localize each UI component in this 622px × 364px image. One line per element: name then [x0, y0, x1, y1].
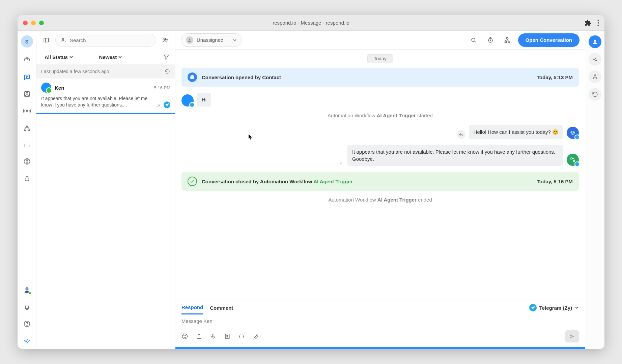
outbound-arrow-icon: [156, 103, 161, 108]
svg-point-2: [598, 25, 599, 26]
conversation-search-icon[interactable]: [468, 34, 480, 46]
contact-avatar: [181, 94, 194, 107]
more-icon[interactable]: [597, 20, 599, 26]
dashboard-icon[interactable]: [23, 56, 31, 64]
contacts-icon[interactable]: [23, 90, 31, 98]
contact-name: Ken: [55, 85, 64, 91]
svg-point-11: [26, 288, 28, 290]
emoji-icon[interactable]: [181, 333, 188, 340]
message-bubble: It appears that you are not available. P…: [347, 145, 563, 166]
collapse-panel-icon[interactable]: [40, 34, 52, 46]
chat-bubble-icon: [188, 72, 197, 82]
mouse-cursor-icon: [248, 134, 253, 140]
message-row-outbound: ✓ It appears that you are not available.…: [181, 145, 579, 166]
message-input[interactable]: [181, 315, 579, 327]
svg-rect-20: [506, 37, 508, 39]
search-field[interactable]: [70, 37, 151, 43]
reports-icon[interactable]: [23, 141, 31, 149]
assignee-dropdown[interactable]: Unassigned: [181, 33, 242, 47]
voice-icon[interactable]: [210, 333, 217, 340]
svg-point-17: [189, 38, 191, 40]
message-row-outbound: Hello! How can I assist you today? 😊: [181, 125, 579, 139]
channels-icon[interactable]: [589, 70, 601, 83]
ai-assist-icon[interactable]: [252, 333, 259, 340]
workspace-avatar[interactable]: S: [21, 35, 33, 48]
svg-rect-10: [25, 178, 29, 181]
date-divider: Today: [367, 54, 393, 63]
variable-icon[interactable]: [238, 333, 245, 340]
banner-close-label: Conversation closed by Automation Workfl…: [202, 179, 352, 184]
window-close-icon[interactable]: [23, 21, 28, 25]
snooze-icon[interactable]: [484, 34, 497, 46]
svg-point-18: [472, 38, 475, 41]
assignee-label: Unassigned: [197, 37, 223, 43]
workflow-avatar: [567, 154, 579, 166]
automation-ended-line: Automation Workflow AI Agent Trigger end…: [181, 197, 579, 203]
ai-agent-avatar: [567, 127, 579, 139]
send-button[interactable]: [565, 330, 579, 342]
sort-filter-label: Newest: [99, 54, 117, 60]
svg-point-26: [571, 131, 574, 134]
contact-details-icon[interactable]: [589, 35, 601, 48]
assignee-avatar-icon: [186, 36, 193, 44]
conversation-opened-banner: Conversation opened by Contact Today, 5:…: [181, 68, 579, 87]
broadcast-icon[interactable]: [23, 107, 31, 115]
svg-rect-7: [24, 129, 26, 131]
search-input[interactable]: [55, 34, 156, 47]
activity-icon[interactable]: [589, 88, 601, 101]
last-updated-label: Last updated a few seconds ago: [41, 69, 109, 74]
svg-rect-6: [26, 125, 28, 127]
svg-point-30: [184, 336, 185, 336]
settings-icon[interactable]: [23, 157, 31, 165]
agent-avatar-icon[interactable]: [23, 286, 31, 294]
sort-filter[interactable]: Newest: [96, 53, 125, 61]
status-filter-label: All Status: [45, 54, 68, 60]
svg-point-29: [182, 334, 188, 339]
refresh-icon[interactable]: [164, 68, 170, 74]
svg-point-25: [193, 77, 194, 78]
workflow-icon[interactable]: [23, 124, 31, 132]
window-maximize-icon[interactable]: [39, 21, 44, 25]
svg-rect-14: [44, 38, 48, 42]
message-bubble: Hello! How can I assist you today? 😊: [469, 125, 563, 139]
svg-rect-22: [508, 41, 510, 42]
channel-selector[interactable]: Telegram (Zy): [529, 304, 579, 311]
workflow-run-icon[interactable]: [501, 34, 513, 46]
window-minimize-icon[interactable]: [31, 21, 36, 25]
reply-arrow-icon[interactable]: [457, 130, 465, 139]
snippet-icon[interactable]: [224, 333, 231, 340]
banner-open-label: Conversation opened by Contact: [202, 74, 281, 80]
message-bubble: Hi: [197, 93, 211, 107]
help-icon[interactable]: [23, 320, 31, 328]
window-title: respond.io - Message - respond.io: [273, 20, 349, 26]
messages-scroll[interactable]: Today Conversation opened by Contact Tod…: [175, 50, 585, 300]
extension-icon[interactable]: [585, 20, 591, 26]
right-rail: [585, 31, 604, 349]
notifications-icon[interactable]: [23, 303, 31, 311]
left-rail: S: [18, 31, 36, 349]
brand-check-icon[interactable]: [23, 337, 31, 345]
conversation-item[interactable]: Ken 5:16 PM It appears that you are not …: [36, 79, 175, 114]
tab-comment[interactable]: Comment: [210, 302, 233, 314]
delivered-check-icon: ✓: [339, 160, 343, 166]
app-window: respond.io - Message - respond.io S: [18, 15, 604, 349]
svg-point-31: [186, 336, 186, 336]
lock-icon[interactable]: [23, 174, 31, 182]
svg-point-5: [26, 110, 28, 112]
svg-point-23: [191, 77, 192, 78]
telegram-badge-icon: [164, 101, 170, 108]
status-filter[interactable]: All Status: [42, 53, 76, 61]
svg-point-16: [164, 38, 166, 40]
svg-point-4: [26, 92, 28, 94]
tab-respond[interactable]: Respond: [181, 301, 203, 314]
message-row-inbound: Hi: [181, 93, 579, 107]
messages-icon[interactable]: [23, 73, 31, 81]
conversation-closed-banner: Conversation closed by Automation Workfl…: [181, 172, 579, 191]
banner-open-time: Today, 5:13 PM: [537, 74, 573, 80]
filter-icon[interactable]: [163, 54, 170, 60]
open-conversation-button[interactable]: Open Conversation: [518, 33, 579, 47]
attachment-icon[interactable]: [196, 333, 202, 340]
svg-rect-21: [505, 41, 506, 42]
add-contact-icon[interactable]: [160, 34, 171, 46]
merge-icon[interactable]: [589, 53, 601, 66]
